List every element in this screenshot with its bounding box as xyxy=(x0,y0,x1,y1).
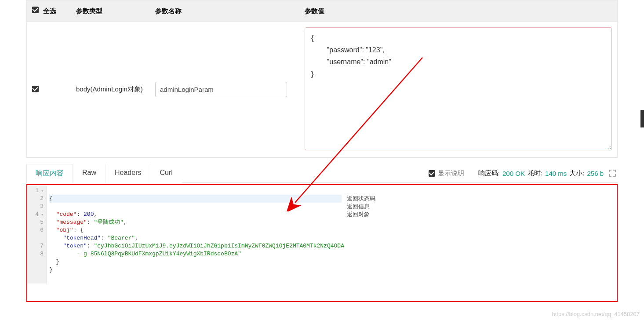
comment-code: 返回状态码 xyxy=(347,195,614,203)
row-checkbox-cell xyxy=(27,22,71,157)
header-param-name: 参数名称 xyxy=(150,0,299,22)
resp-size-value: 256 b xyxy=(587,170,604,177)
tab-headers[interactable]: Headers xyxy=(106,164,150,183)
params-table: 全选 参数类型 参数名称 参数值 body(AdminLogin对象) xyxy=(27,0,617,157)
header-select-all[interactable]: 全选 xyxy=(27,0,71,22)
resp-time-label: 耗时: xyxy=(528,169,542,178)
comment-obj: 返回对象 xyxy=(347,211,614,218)
resp-code-value: 200 OK xyxy=(502,170,525,177)
select-all-label: 全选 xyxy=(43,7,56,15)
params-table-container: 全选 参数类型 参数名称 参数值 body(AdminLogin对象) xyxy=(26,0,618,158)
param-name-input[interactable] xyxy=(155,82,287,97)
expand-icon[interactable] xyxy=(609,170,616,177)
show-desc-label: 显示说明 xyxy=(438,169,464,178)
right-dock-handle[interactable] xyxy=(640,110,644,127)
header-param-value: 参数值 xyxy=(299,0,617,22)
response-code[interactable]: { "code": 200, "message": "登陆成功", "obj":… xyxy=(47,185,344,284)
response-tabs: 响应内容 Raw Headers Curl xyxy=(26,164,182,183)
row-checkbox[interactable] xyxy=(32,86,39,92)
row-param-value-cell xyxy=(299,22,617,157)
resp-code-label: 响应码: xyxy=(478,169,500,178)
row-param-type: body(AdminLogin对象) xyxy=(71,22,150,157)
tab-response[interactable]: 响应内容 xyxy=(26,164,73,183)
response-code-box: 1 2 3 4 5 6 7 8 { "code": 200, "message"… xyxy=(26,184,618,302)
header-param-type: 参数类型 xyxy=(71,0,150,22)
row-param-name-cell xyxy=(150,22,299,157)
header-row: 全选 参数类型 参数名称 参数值 xyxy=(27,0,617,22)
response-meta: 显示说明 响应码:200 OK 耗时:140 ms 大小:256 b xyxy=(429,164,618,183)
comment-msg: 返回信息 xyxy=(347,203,614,211)
tab-curl[interactable]: Curl xyxy=(151,164,182,183)
line-gutter: 1 2 3 4 5 6 7 8 xyxy=(27,185,47,284)
show-desc-checkbox[interactable] xyxy=(429,170,435,177)
response-bar: 响应内容 Raw Headers Curl 显示说明 响应码:200 OK 耗时… xyxy=(26,164,618,183)
response-comments: 返回状态码 返回信息 返回对象 xyxy=(344,185,617,284)
resp-size-label: 大小: xyxy=(569,169,584,178)
table-row: body(AdminLogin对象) xyxy=(27,22,617,157)
tab-raw[interactable]: Raw xyxy=(73,164,106,183)
select-all-checkbox[interactable] xyxy=(32,7,39,13)
param-value-textarea[interactable] xyxy=(305,27,612,150)
resp-time-value: 140 ms xyxy=(545,170,567,177)
